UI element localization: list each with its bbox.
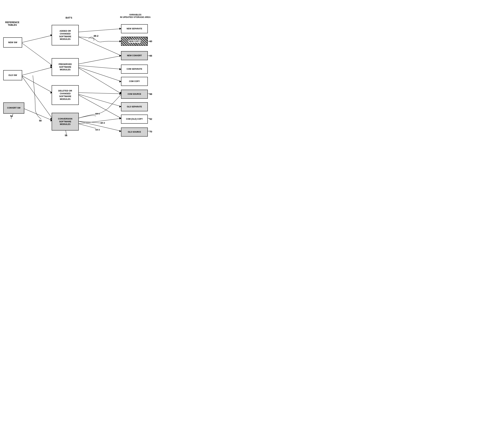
label-56: 56	[65, 134, 67, 137]
old-source-box: OLD SOURCE	[121, 128, 148, 136]
label-54: 54	[10, 115, 13, 117]
label-66: 66	[150, 54, 152, 57]
new-convert-box: NEW CONVERT	[121, 51, 148, 60]
svg-line-0	[21, 35, 52, 43]
deleted-box: DELETED ORCHANGEDSOFTWAREMODULES	[52, 85, 79, 105]
svg-line-17	[79, 66, 121, 69]
svg-line-12	[79, 29, 121, 32]
svg-line-27	[79, 94, 121, 107]
svg-line-5	[23, 108, 52, 121]
svg-line-1	[21, 43, 52, 66]
convert-sw-box: CONVERT SW	[3, 102, 24, 114]
svg-line-2	[21, 67, 52, 75]
svg-line-23	[79, 68, 121, 94]
label-68: 68	[150, 93, 152, 95]
svg-line-25	[79, 93, 121, 94]
conversion-box: CONVERSIONSOFTWAREMODULES	[52, 113, 79, 131]
svg-line-32	[79, 121, 121, 131]
com-separate-box: COM SEPARATE	[121, 65, 148, 73]
com-old-copy-box: COM (OLD) COPY	[121, 115, 148, 124]
preserved-box: PRESERVEDSOFTWAREMODULES	[52, 58, 79, 76]
bats-header: BAT'S	[58, 16, 79, 19]
added-box: ADDED ORCHANGEDSOFTWAREMODULES	[52, 25, 79, 45]
com-copy-box: COM COPY	[121, 77, 148, 86]
label-58: 58	[39, 119, 42, 122]
label-70: 70	[150, 130, 152, 133]
new-copy-box: NEW COPY	[121, 37, 148, 46]
variables-header-text: VARIABLESIN UPDATED STORAGE AREA	[120, 13, 151, 18]
label-48-2: 48-2	[93, 35, 98, 37]
com-source-box: COM SOURCE	[121, 90, 148, 99]
label-64-3: 64-3	[95, 129, 100, 131]
svg-line-15	[79, 37, 121, 56]
svg-line-34	[79, 118, 121, 124]
ref-tables-header: REFERENCE TABLES	[2, 21, 23, 26]
label-62: 62	[150, 118, 152, 120]
svg-line-29	[79, 95, 121, 118]
label-64-1: 64-1	[95, 112, 100, 115]
old-sw-box: OLD SW	[3, 70, 22, 80]
variables-header: VARIABLESIN UPDATED STORAGE AREA	[117, 13, 153, 18]
svg-line-19	[79, 67, 121, 82]
svg-line-4	[21, 75, 52, 119]
svg-line-3	[21, 75, 52, 93]
svg-line-21	[79, 56, 121, 64]
new-separate-box: NEW SEPARATE	[121, 24, 148, 33]
new-sw-box: NEW SW	[3, 37, 22, 48]
old-separate-box: OLD SEPARATE	[121, 102, 148, 111]
diagram-container: REFERENCE TABLES BAT'S VARIABLESIN UPDAT…	[0, 0, 164, 143]
label-60: 60	[150, 40, 152, 43]
label-64-2: 64-2	[101, 122, 105, 124]
